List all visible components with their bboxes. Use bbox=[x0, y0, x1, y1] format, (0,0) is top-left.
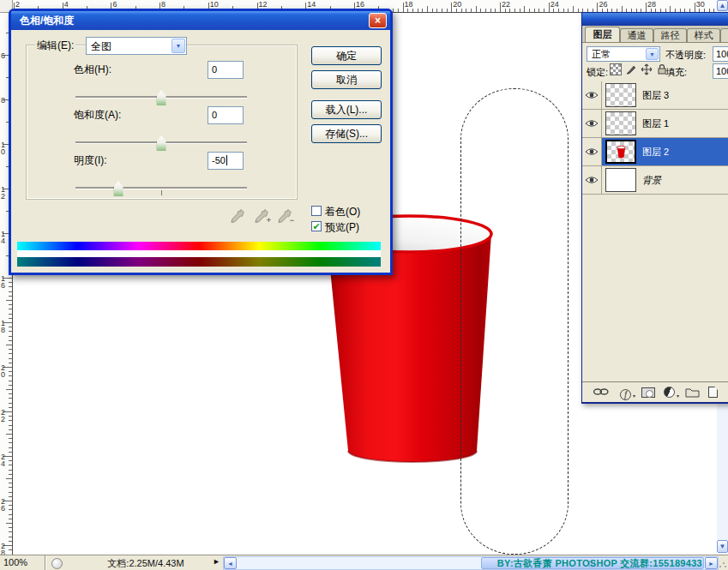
dialog-title-bar[interactable]: 色相/饱和度 bbox=[11, 11, 390, 30]
ruler-tick bbox=[9, 452, 12, 453]
visibility-eye-icon[interactable] bbox=[582, 138, 602, 165]
edit-channel-select[interactable]: 全图 ▼ bbox=[86, 37, 187, 55]
layer-row[interactable]: 图层 3 bbox=[582, 81, 728, 110]
ruler-tick bbox=[490, 9, 491, 12]
colorize-checkbox[interactable] bbox=[311, 206, 322, 216]
hue-bar-gap bbox=[17, 250, 381, 257]
edit-channel-value: 全图 bbox=[91, 39, 111, 54]
dialog-group-frame bbox=[26, 45, 298, 200]
close-button[interactable]: × bbox=[369, 13, 387, 28]
layer-thumbnail[interactable] bbox=[605, 168, 636, 192]
chevron-down-icon: ▼ bbox=[647, 51, 658, 57]
lock-transparency-icon[interactable] bbox=[610, 63, 622, 75]
layer-mask-icon[interactable] bbox=[641, 386, 655, 401]
ruler-tick bbox=[9, 487, 12, 488]
ruler-tick bbox=[403, 3, 404, 12]
ruler-tick bbox=[480, 9, 481, 12]
selection-marquee[interactable] bbox=[460, 88, 569, 555]
ruler-tick bbox=[500, 3, 501, 12]
combo-arrow-button[interactable]: ▼ bbox=[171, 39, 185, 53]
status-popup-arrow-icon[interactable]: ► bbox=[213, 557, 220, 566]
adjustment-layer-icon[interactable] bbox=[664, 386, 675, 401]
ruler-tick bbox=[6, 300, 12, 301]
ruler-tick bbox=[505, 9, 506, 12]
tab-palette[interactable]: 样式 bbox=[687, 28, 720, 42]
ruler-tick bbox=[9, 447, 12, 448]
opacity-field[interactable]: 100 bbox=[713, 46, 728, 62]
slider-value-input[interactable]: -50 bbox=[208, 152, 244, 170]
ruler-tick bbox=[485, 9, 486, 12]
tab-palette[interactable]: 路径 bbox=[653, 28, 687, 42]
blend-combo-arrow[interactable]: ▼ bbox=[646, 48, 659, 60]
new-layer-icon[interactable] bbox=[708, 386, 718, 401]
ruler-number: 30 bbox=[696, 0, 705, 9]
ruler-tick bbox=[9, 438, 12, 439]
plus-glyph: + bbox=[267, 216, 271, 225]
ruler-tick bbox=[9, 496, 12, 497]
colorize-label: 着色(O) bbox=[325, 205, 360, 219]
slider-track[interactable] bbox=[75, 187, 247, 189]
visibility-eye-icon[interactable] bbox=[582, 81, 602, 109]
ruler-tick bbox=[538, 9, 539, 12]
layer-name: 图层 2 bbox=[642, 146, 669, 159]
layer-style-menu-icon: ▾ bbox=[633, 393, 635, 399]
ruler-number: 10 bbox=[210, 0, 219, 9]
ruler-tick bbox=[6, 434, 12, 435]
scroll-left-button[interactable]: ◄ bbox=[224, 557, 237, 569]
layer-row[interactable]: 图层 2 bbox=[582, 138, 728, 166]
load-button[interactable]: 载入(L)... bbox=[311, 100, 382, 119]
blend-mode-select[interactable]: 正常 ▼ bbox=[587, 46, 660, 62]
scroll-up-button[interactable]: ▲ bbox=[717, 0, 728, 11]
panel-bottom-toolbar: ƒ ▾ ▾ bbox=[582, 381, 728, 403]
document-size-info[interactable]: 文档:2.25M/4.43M bbox=[77, 557, 214, 570]
layer-style-icon[interactable]: ƒ bbox=[620, 386, 631, 401]
slider-value-input[interactable]: 0 bbox=[208, 106, 244, 124]
ruler-number: 10 bbox=[1, 141, 8, 155]
cancel-button[interactable]: 取消 bbox=[311, 70, 382, 89]
eyedropper-icon[interactable] bbox=[230, 208, 245, 224]
slider-value-input[interactable]: 0 bbox=[208, 61, 244, 79]
ruler-tick bbox=[695, 3, 695, 12]
lock-position-move-icon[interactable] bbox=[641, 63, 653, 75]
ruler-tick bbox=[9, 483, 12, 483]
ruler-tick bbox=[398, 9, 399, 12]
ruler-number: 16 bbox=[356, 0, 364, 9]
scroll-right-button[interactable]: ► bbox=[705, 557, 718, 569]
eyedropper-plus-icon[interactable]: + bbox=[254, 208, 269, 224]
new-group-icon[interactable] bbox=[685, 386, 700, 401]
ruler-tick bbox=[9, 336, 12, 337]
layer-thumbnail[interactable] bbox=[605, 83, 636, 107]
palette-title-bar[interactable] bbox=[582, 13, 728, 26]
fx-glyph: ƒ bbox=[623, 390, 629, 399]
zoom-level-field[interactable]: 100% bbox=[3, 557, 27, 567]
visibility-eye-icon[interactable] bbox=[582, 110, 602, 137]
tab-layers[interactable]: 图层 bbox=[585, 27, 620, 42]
tab-palette[interactable]: 通道 bbox=[620, 28, 653, 42]
save-button[interactable]: 存储(S)... bbox=[311, 124, 382, 143]
layer-row[interactable]: 背景 bbox=[582, 166, 728, 195]
ok-button[interactable]: 确定 bbox=[311, 46, 382, 65]
scroll-down-button[interactable]: ▼ bbox=[717, 540, 728, 553]
ruler-tick bbox=[534, 9, 535, 12]
ruler-tick bbox=[422, 9, 423, 12]
ruler-number: 16 bbox=[1, 275, 8, 289]
ruler-tick bbox=[9, 358, 12, 359]
eyedropper-minus-icon[interactable]: − bbox=[277, 208, 292, 224]
visibility-eye-icon[interactable] bbox=[582, 166, 602, 194]
fill-field[interactable]: 100 bbox=[713, 63, 728, 79]
ruler-tick bbox=[456, 9, 457, 12]
tab-palette[interactable]: 色板 bbox=[720, 28, 728, 42]
ruler-tick bbox=[9, 381, 12, 381]
ruler-tick bbox=[9, 537, 12, 537]
ruler-tick bbox=[9, 291, 12, 292]
ruler-tick bbox=[9, 429, 12, 430]
preview-checkbox[interactable]: ✔ bbox=[311, 221, 322, 231]
lock-pixels-brush-icon[interactable] bbox=[625, 63, 637, 75]
layer-thumbnail[interactable] bbox=[605, 140, 636, 164]
link-layers-icon[interactable] bbox=[593, 386, 610, 401]
text-caret bbox=[226, 155, 227, 165]
layer-thumbnail[interactable] bbox=[605, 111, 636, 135]
ruler-tick bbox=[427, 6, 428, 12]
layer-row[interactable]: 图层 1 bbox=[582, 110, 728, 138]
layers-panel: 图层通道路径样式色板 正常 ▼ 不透明度: 100 锁定: 填充: 100 图层… bbox=[581, 12, 728, 404]
